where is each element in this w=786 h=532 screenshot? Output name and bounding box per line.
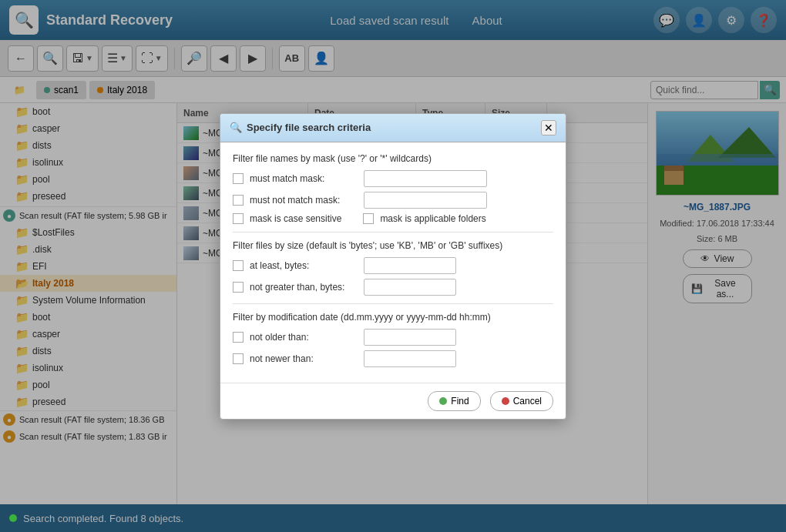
not-newer-label: not newer than:	[250, 353, 358, 364]
section-divider-2	[233, 303, 553, 304]
filter-size-title: Filter files by size (default is 'bytes'…	[233, 240, 553, 251]
cancel-dot-icon	[502, 397, 509, 405]
filter-date-title: Filter by modification date (dd.mm.yyyy …	[233, 312, 553, 323]
at-least-checkbox[interactable]	[233, 260, 244, 271]
section-divider-1	[233, 232, 553, 233]
modal-overlay: 🔍 Specify file search criteria ✕ Filter …	[0, 0, 786, 532]
not-newer-checkbox[interactable]	[233, 353, 244, 364]
must-not-match-input[interactable]	[364, 192, 487, 209]
not-older-label: not older than:	[250, 332, 358, 343]
case-sensitive-label: mask is case sensitive	[250, 213, 341, 224]
filter-must-match-row: must match mask:	[233, 170, 553, 187]
filter-at-least-row: at least, bytes:	[233, 257, 553, 274]
filter-not-older-row: not older than:	[233, 329, 553, 346]
modal-close-button[interactable]: ✕	[541, 120, 556, 136]
find-dot-icon	[439, 397, 447, 405]
not-greater-input[interactable]	[364, 279, 456, 296]
cancel-button[interactable]: Cancel	[490, 391, 553, 411]
not-greater-checkbox[interactable]	[233, 282, 244, 293]
at-least-label: at least, bytes:	[250, 260, 358, 271]
modal-title-icon: 🔍	[230, 122, 242, 133]
must-not-match-checkbox[interactable]	[233, 195, 244, 206]
modal-dialog: 🔍 Specify file search criteria ✕ Filter …	[220, 113, 566, 420]
modal-header: 🔍 Specify file search criteria ✕	[220, 114, 566, 142]
applicable-folders-label: mask is applicable folders	[380, 213, 485, 224]
modal-title-text: Specify file search criteria	[247, 122, 371, 133]
applicable-folders-checkbox[interactable]	[363, 213, 374, 224]
must-match-label: must match mask:	[250, 173, 358, 184]
not-older-input[interactable]	[364, 329, 456, 346]
case-sensitive-checkbox[interactable]	[233, 213, 244, 224]
filter-not-greater-row: not greater than, bytes:	[233, 279, 553, 296]
filter-not-newer-row: not newer than:	[233, 350, 553, 367]
filter-name-title: Filter file names by mask (use '?' or '*…	[233, 153, 553, 164]
must-not-match-label: must not match mask:	[250, 195, 358, 206]
modal-title: 🔍 Specify file search criteria	[230, 122, 371, 133]
find-button[interactable]: Find	[428, 391, 480, 411]
not-greater-label: not greater than, bytes:	[250, 282, 358, 293]
modal-body: Filter file names by mask (use '?' or '*…	[220, 142, 566, 383]
modal-footer: Find Cancel	[220, 383, 566, 419]
must-match-checkbox[interactable]	[233, 173, 244, 184]
cancel-label: Cancel	[513, 396, 542, 407]
filter-must-not-match-row: must not match mask:	[233, 192, 553, 209]
not-newer-input[interactable]	[364, 350, 456, 367]
find-label: Find	[451, 396, 469, 407]
must-match-input[interactable]	[364, 170, 487, 187]
filter-case-sensitive-row: mask is case sensitive mask is applicabl…	[233, 213, 553, 224]
not-older-checkbox[interactable]	[233, 332, 244, 343]
at-least-input[interactable]	[364, 257, 456, 274]
